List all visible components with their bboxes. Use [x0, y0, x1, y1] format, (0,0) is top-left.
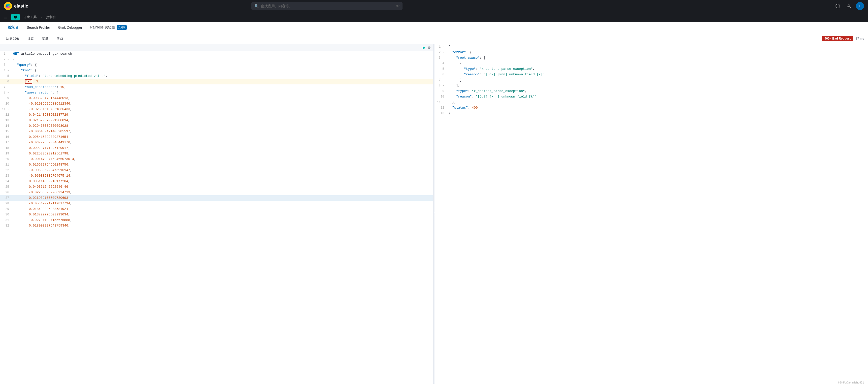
code-line: 17 -0.037728503346443176,: [0, 140, 433, 145]
line-number: 9: [0, 95, 12, 101]
line-content: 0.009287171997129917,: [12, 145, 70, 151]
code-line: 16 0.005415829829871654,: [0, 134, 433, 140]
line-number: 10: [435, 94, 447, 99]
line-number: 19: [0, 151, 12, 156]
code-line: 30 0.013722775503993034,: [0, 212, 433, 217]
code-line: 23 -0.060382805764675 14,: [0, 173, 433, 179]
line-content: {: [12, 57, 15, 62]
line-number: 16: [0, 134, 12, 140]
top-nav-right: ! E: [834, 2, 864, 10]
code-line: 20 -0.001479877624660730 4,: [0, 156, 433, 162]
history-button[interactable]: 历史记录: [4, 35, 21, 42]
line-number: 30: [0, 212, 12, 217]
line-content: 0.042140680502187729,: [12, 112, 70, 118]
code-line: 32 0.018003927543759346,: [0, 223, 433, 229]
global-search-input[interactable]: [261, 4, 394, 8]
line-number: 21: [0, 162, 12, 168]
line-content: "k": 3,: [12, 79, 40, 84]
line-number: 24: [0, 179, 12, 184]
line-number: 1 -: [435, 44, 447, 50]
line-content: -0.027911987155675888,: [12, 217, 72, 223]
tab-console[interactable]: 控制台: [4, 22, 23, 33]
dev-tools-link[interactable]: 开发工具: [22, 14, 39, 21]
line-content: -0.025615187361836433,: [12, 107, 72, 112]
line-number: 22: [0, 168, 12, 173]
line-content: 0.029468039050698028,: [12, 123, 70, 129]
svg-text:!: !: [837, 5, 838, 7]
line-number: 20: [0, 156, 12, 162]
line-number: 4 -: [0, 68, 12, 73]
help-button[interactable]: 帮助: [54, 35, 65, 42]
code-line: 24 0.005114530213177204,: [0, 179, 433, 184]
line-content: ],: [447, 83, 460, 88]
code-line: 12 "status": 400: [435, 105, 868, 111]
painless-lab-badge: 公测版: [117, 25, 127, 30]
line-content: 0.013722775503993034,: [12, 212, 70, 217]
tab-painless-lab[interactable]: Painless 实验室 公测版: [86, 22, 131, 33]
status-badge: 400 - Bad Request: [822, 36, 853, 41]
console-link[interactable]: 控制台: [44, 14, 58, 21]
line-number: 27: [0, 195, 12, 201]
elastic-logo[interactable]: elastic: [4, 2, 34, 10]
line-number: 12: [435, 105, 447, 111]
settings-icon[interactable]: ⚙: [428, 46, 431, 50]
code-line: 9 "type": "x_content_parse_exception",: [435, 88, 868, 94]
line-number: 5: [435, 66, 447, 72]
svg-point-3: [5, 5, 8, 7]
line-content: "num_candidates": 10,: [12, 84, 66, 90]
notifications-icon[interactable]: !: [834, 2, 842, 10]
code-line: 25 0.049361545592546 46,: [0, 184, 433, 190]
line-number: 7 -: [0, 84, 12, 90]
code-line: 14 0.029468039050698028,: [0, 123, 433, 129]
code-line: 3 - "root_cause": [: [435, 55, 868, 61]
svg-point-4: [8, 5, 11, 7]
line-content: 0.016672754660248756,: [12, 162, 70, 168]
line-content: GET article_embeddings/_search: [12, 51, 72, 57]
line-content: {: [447, 44, 451, 50]
code-line: 6 "reason": "[5:7] [knn] unknown field […: [435, 72, 868, 77]
editor-code-area[interactable]: 1 -GET article_embeddings/_search2 -{3 -…: [0, 51, 433, 384]
code-line: 22 -0.006896222475916147,: [0, 168, 433, 173]
line-number: 11 -: [0, 107, 12, 112]
elastic-logo-icon: [4, 2, 12, 10]
line-number: 9: [435, 88, 447, 94]
response-code-area[interactable]: 1 -{2 - "error": {3 - "root_cause": [4 {…: [435, 44, 868, 384]
line-content: 0.021529570221900094,: [12, 118, 70, 123]
code-line: 10 -0.029355255886912346,: [0, 101, 433, 107]
code-line: 13 }: [435, 111, 868, 116]
line-content: 0.022533603012561798,: [12, 151, 70, 156]
line-number: 31: [0, 217, 12, 223]
run-button[interactable]: ▶: [423, 45, 426, 50]
user-menu-icon[interactable]: [845, 2, 853, 10]
variables-button[interactable]: 变量: [40, 35, 51, 42]
error-token: "k": [25, 79, 32, 84]
line-content: "query_vector": [: [12, 90, 58, 95]
editor-pane: ▶ ⚙ 1 -GET article_embeddings/_search2 -…: [0, 44, 433, 384]
line-number: 15: [0, 129, 12, 134]
settings-button[interactable]: 设置: [25, 35, 36, 42]
code-line: 31 -0.027911987155675888,: [0, 217, 433, 223]
toolbar: 历史记录 设置 变量 帮助 400 - Bad Request 87 ms: [0, 33, 868, 44]
line-number: 1 -: [0, 51, 12, 57]
line-content: 0.049361545592546 46,: [12, 184, 70, 190]
line-content: -0.053420212119817734,: [12, 201, 72, 206]
line-number: 10: [0, 101, 12, 107]
code-line: 26 -0.022636987268924713,: [0, 190, 433, 195]
hamburger-icon[interactable]: ☰: [4, 15, 7, 19]
line-number: 29: [0, 206, 12, 212]
tab-grok-debugger[interactable]: Grok Debugger: [54, 22, 86, 33]
tab-search-profiler[interactable]: Search Profiler: [23, 22, 54, 33]
response-time: 87 ms: [856, 37, 864, 40]
global-search-bar[interactable]: 🔍 ⌘/: [251, 2, 403, 10]
avatar[interactable]: E: [856, 2, 864, 10]
code-line: 4 - "knn": {: [0, 68, 433, 73]
line-content: },: [447, 99, 456, 105]
footer-text: ©SNA @ehulisho821: [838, 381, 864, 384]
code-line: 4 {: [435, 61, 868, 66]
pane-divider[interactable]: ⋮⋮: [433, 44, 435, 384]
line-content: -0.022636987268924713,: [12, 190, 72, 195]
svg-point-0: [4, 2, 12, 10]
app-badge[interactable]: 默: [11, 14, 20, 21]
line-content: "status": 400: [447, 105, 478, 111]
line-content: "knn": {: [12, 68, 37, 73]
